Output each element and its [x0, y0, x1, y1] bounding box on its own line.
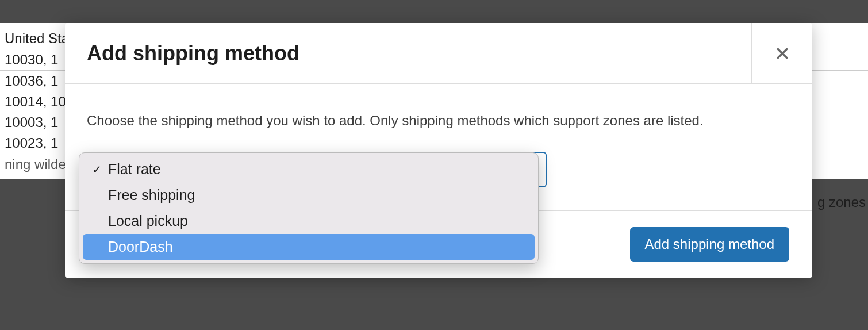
modal-title: Add shipping method — [65, 41, 299, 66]
option-label: Local pickup — [108, 213, 188, 229]
modal-header: Add shipping method — [65, 23, 812, 84]
dropdown-option-flat-rate[interactable]: ✓ Flat rate — [83, 156, 535, 182]
dropdown-option-doordash[interactable]: DoorDash — [83, 234, 535, 260]
checkmark-icon: ✓ — [91, 163, 102, 176]
bg-hint-right: g zones — [817, 194, 866, 210]
close-button[interactable] — [751, 23, 812, 84]
shipping-method-dropdown[interactable]: ✓ Flat rate Free shipping Local pickup D… — [79, 152, 539, 264]
option-label: Flat rate — [108, 161, 161, 178]
close-icon — [775, 46, 790, 61]
option-label: Free shipping — [108, 187, 195, 204]
dropdown-option-local-pickup[interactable]: Local pickup — [83, 208, 535, 234]
add-shipping-method-button[interactable]: Add shipping method — [630, 227, 790, 262]
modal-description: Choose the shipping method you wish to a… — [87, 113, 790, 129]
option-label: DoorDash — [108, 239, 173, 255]
dropdown-option-free-shipping[interactable]: Free shipping — [83, 182, 535, 208]
